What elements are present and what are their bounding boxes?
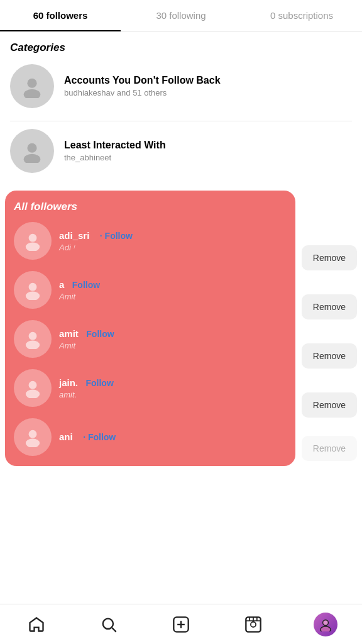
- follower-follow-3[interactable]: Follow: [86, 329, 114, 339]
- follower-avatar-3: [14, 320, 52, 358]
- remove-button-5[interactable]: Remove: [302, 436, 357, 461]
- follower-username-row-3: amit Follow: [59, 328, 287, 340]
- tabs-bar: 60 followers 30 following 0 subscription…: [0, 0, 362, 31]
- svg-point-5: [26, 242, 40, 251]
- tab-followers-label: 60 followers: [33, 10, 88, 21]
- remove-slot-2: Remove: [295, 282, 357, 331]
- follower-row-2: a Follow Amit: [14, 271, 287, 309]
- nav-reels[interactable]: [238, 609, 269, 640]
- follower-info-2: a Follow Amit: [59, 279, 287, 301]
- follower-follow-1[interactable]: · Follow: [100, 231, 133, 241]
- follower-username-5: ani: [59, 431, 73, 442]
- svg-point-0: [27, 79, 36, 88]
- remove-slot-3: Remove: [295, 331, 357, 380]
- remove-button-3[interactable]: Remove: [302, 343, 357, 369]
- category-item-no-followback[interactable]: Accounts You Don't Follow Back budhiakes…: [10, 64, 352, 108]
- followers-card: All followers adi_sri · Follow Adi ᵎ: [5, 191, 295, 466]
- category-text-1: Accounts You Don't Follow Back budhiakes…: [64, 75, 221, 97]
- categories-title: Categories: [10, 42, 352, 54]
- svg-point-20: [251, 621, 256, 626]
- follower-avatar-2: [14, 271, 52, 309]
- follower-username-row-5: ani · Follow: [59, 431, 287, 443]
- follower-row-3: amit Follow Amit: [14, 320, 287, 358]
- category-avatar-1: [10, 64, 54, 108]
- remove-slot-4: Remove: [295, 380, 357, 430]
- follower-info-5: ani · Follow: [59, 431, 287, 443]
- remove-slot-5: Remove: [295, 430, 357, 467]
- svg-point-4: [29, 234, 37, 242]
- remove-button-2[interactable]: Remove: [302, 294, 357, 319]
- follower-username-1: adi_sri: [59, 230, 89, 241]
- svg-point-6: [29, 283, 37, 291]
- follower-username-2: a: [59, 279, 64, 290]
- followers-list-container: All followers adi_sri · Follow Adi ᵎ: [5, 191, 357, 467]
- follower-realname-2: Amit: [59, 292, 287, 301]
- svg-point-14: [102, 618, 112, 628]
- remove-button-4[interactable]: Remove: [302, 392, 357, 418]
- category-name-2: Least Interacted With: [64, 140, 166, 151]
- category-avatar-2: [10, 129, 54, 173]
- svg-point-9: [26, 340, 40, 349]
- category-text-2: Least Interacted With the_abhineet: [64, 140, 166, 162]
- svg-point-8: [29, 332, 37, 340]
- follower-row-5: ani · Follow: [14, 418, 287, 456]
- tab-subscriptions-label: 0 subscriptions: [270, 10, 333, 21]
- follower-follow-2[interactable]: Follow: [72, 280, 100, 290]
- follower-username-4: jain.: [59, 377, 78, 388]
- nav-home[interactable]: [21, 609, 52, 640]
- follower-realname-1: Adi ᵎ: [59, 243, 287, 252]
- category-name-1: Accounts You Don't Follow Back: [64, 75, 221, 86]
- remove-button-1[interactable]: Remove: [302, 245, 357, 270]
- follower-avatar-5: [14, 418, 52, 456]
- follower-info-4: jain. Follow amit.: [59, 377, 287, 399]
- nav-add[interactable]: [165, 609, 197, 640]
- follower-avatar-4: [14, 369, 52, 407]
- follower-username-row-1: adi_sri · Follow: [59, 230, 287, 242]
- svg-point-3: [24, 154, 41, 163]
- tab-subscriptions[interactable]: 0 subscriptions: [241, 0, 362, 31]
- follower-follow-5[interactable]: · Follow: [83, 432, 116, 442]
- category-sub-2: the_abhineet: [64, 153, 166, 162]
- tab-following-label: 30 following: [156, 10, 206, 21]
- remove-slot-1: Remove: [295, 233, 357, 282]
- follower-realname-3: Amit: [59, 341, 287, 350]
- followers-card-title: All followers: [14, 201, 287, 213]
- svg-point-10: [29, 381, 37, 389]
- svg-point-25: [323, 619, 329, 625]
- follower-row-1: adi_sri · Follow Adi ᵎ: [14, 222, 287, 260]
- follower-username-row-4: jain. Follow: [59, 377, 287, 389]
- categories-section: Categories Accounts You Don't Follow Bac…: [0, 31, 362, 191]
- follower-avatar-1: [14, 222, 52, 260]
- divider-1: [10, 121, 352, 121]
- svg-point-12: [29, 430, 37, 438]
- follower-username-3: amit: [59, 328, 79, 339]
- category-item-least-interacted[interactable]: Least Interacted With the_abhineet: [10, 129, 352, 173]
- follower-realname-4: amit.: [59, 390, 287, 399]
- svg-point-13: [26, 438, 40, 447]
- nav-search[interactable]: [93, 609, 124, 640]
- svg-point-1: [24, 89, 41, 98]
- category-sub-1: budhiakeshav and 51 others: [64, 88, 221, 97]
- svg-line-15: [112, 628, 116, 631]
- svg-point-11: [26, 389, 40, 398]
- tab-followers[interactable]: 60 followers: [0, 0, 121, 31]
- follower-username-row-2: a Follow: [59, 279, 287, 291]
- tab-following[interactable]: 30 following: [121, 0, 241, 31]
- svg-point-26: [321, 626, 331, 631]
- follower-info-1: adi_sri · Follow Adi ᵎ: [59, 230, 287, 252]
- svg-point-7: [26, 291, 40, 300]
- nav-profile-avatar: [314, 613, 337, 636]
- follower-follow-4[interactable]: Follow: [85, 378, 113, 388]
- follower-info-3: amit Follow Amit: [59, 328, 287, 350]
- svg-point-2: [27, 143, 36, 153]
- follower-row-4: jain. Follow amit.: [14, 369, 287, 407]
- remove-buttons-column: Remove Remove Remove Remove Remove: [295, 191, 357, 467]
- bottom-nav: [0, 604, 362, 644]
- nav-profile[interactable]: [310, 609, 341, 640]
